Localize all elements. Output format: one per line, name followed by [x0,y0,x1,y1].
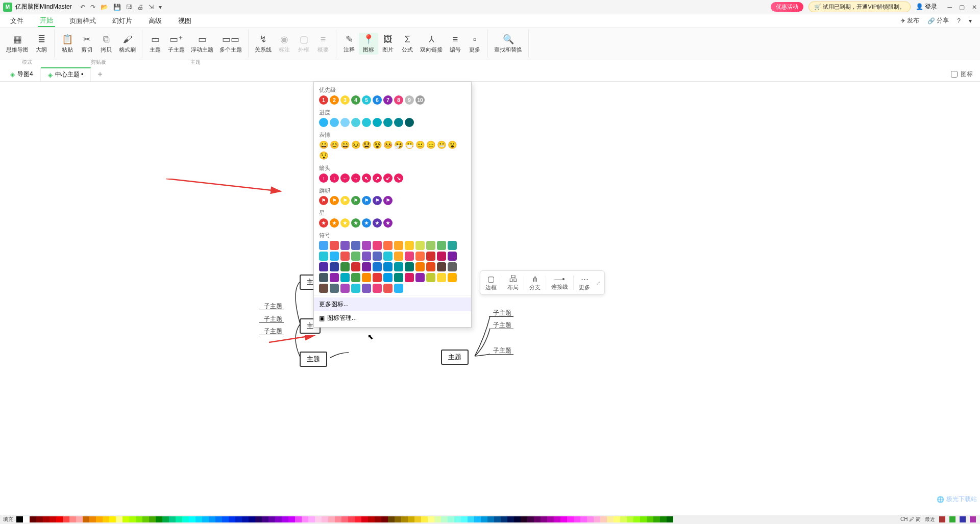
emoji-icon-8[interactable]: 😷 [405,140,414,149]
ribbon-公式[interactable]: Σ公式 [398,33,417,55]
color-swatch[interactable] [580,516,587,522]
color-swatch[interactable] [282,516,288,522]
color-swatch[interactable] [600,516,607,522]
color-swatch[interactable] [521,516,527,522]
ribbon-多个主题[interactable]: ▭▭多个主题 [216,33,245,55]
color-swatch[interactable] [454,516,461,522]
color-swatch[interactable] [335,516,341,522]
color-swatch[interactable] [162,516,169,522]
flag-icon-0[interactable]: ⚑ [319,196,328,205]
color-swatch[interactable] [507,516,514,522]
priority-icon-5[interactable]: 5 [362,95,371,105]
color-swatch[interactable] [547,516,554,522]
color-swatch[interactable] [541,516,547,522]
flag-icon-5[interactable]: ⚑ [373,196,382,205]
color-swatch[interactable] [149,516,156,522]
color-swatch[interactable] [341,516,348,522]
export-icon[interactable]: ⇲ [149,4,154,11]
color-swatch[interactable] [361,516,368,522]
emoji-icon-9[interactable]: 😐 [415,140,425,149]
symbol-icon-10[interactable] [426,241,435,250]
ribbon-查找和替换[interactable]: 🔍查找和替换 [491,33,525,55]
symbol-icon-53[interactable] [330,284,339,293]
maximize-button[interactable]: ▢ [959,4,965,11]
color-swatch[interactable] [103,516,109,522]
color-swatch[interactable] [560,516,567,522]
symbol-icon-13[interactable] [319,252,328,261]
priority-icon-7[interactable]: 7 [383,95,393,105]
ribbon-格式刷[interactable]: 🖌格式刷 [116,33,139,55]
ribbon-剪切[interactable]: ✂剪切 [77,33,96,55]
symbol-icon-45[interactable] [383,273,393,282]
color-swatch[interactable] [408,516,414,522]
color-swatch[interactable] [574,516,580,522]
symbol-icon-20[interactable] [394,252,403,261]
topic-node[interactable]: 主题 [441,350,469,365]
symbol-icon-51[interactable] [448,273,457,282]
menu-advanced[interactable]: 高级 [146,15,164,27]
priority-icon-8[interactable]: 8 [394,95,403,105]
color-swatch[interactable] [514,516,521,522]
color-swatch[interactable] [461,516,468,522]
color-swatch[interactable] [554,516,560,522]
float-连接线[interactable]: —•连接线 [548,273,571,292]
symbol-icon-27[interactable] [330,262,339,271]
flag-icon-1[interactable]: ⚑ [330,196,339,205]
symbol-icon-52[interactable] [319,284,328,293]
symbol-icon-56[interactable] [362,284,371,293]
menu-dropdown-icon[interactable]: ▾ [969,16,972,25]
symbol-icon-57[interactable] [373,284,382,293]
symbol-icon-4[interactable] [362,241,371,250]
progress-icon-5[interactable] [373,118,382,127]
progress-icon-3[interactable] [351,118,360,127]
symbol-icon-29[interactable] [351,262,360,271]
star-icon-0[interactable]: ★ [319,218,328,228]
color-swatch[interactable] [176,516,182,522]
emoji-icon-10[interactable]: 😑 [426,140,435,149]
color-swatch[interactable] [242,516,249,522]
color-swatch[interactable] [89,516,96,522]
open-icon[interactable]: 📂 [101,4,108,11]
symbol-icon-59[interactable] [394,284,403,293]
color-swatch[interactable] [76,516,83,522]
symbol-icon-3[interactable] [351,241,360,250]
arrow-icon-5[interactable]: ↗ [373,173,382,183]
color-swatch[interactable] [474,516,481,522]
symbol-icon-37[interactable] [437,262,446,271]
emoji-icon-7[interactable]: 🤧 [394,140,403,149]
color-swatch[interactable] [142,516,149,522]
progress-icon-6[interactable] [383,118,393,127]
color-swatch[interactable] [83,516,89,522]
arrow-icon-0[interactable]: ↑ [319,173,328,183]
close-button[interactable]: ✕ [972,4,977,11]
flag-icon-6[interactable]: ⚑ [383,196,393,205]
symbol-icon-49[interactable] [426,273,435,282]
color-swatch[interactable] [136,516,142,522]
color-swatch[interactable] [109,516,116,522]
symbol-icon-47[interactable] [405,273,414,282]
color-swatch[interactable] [275,516,282,522]
color-swatch[interactable] [249,516,255,522]
status-swatch[interactable] [970,516,976,522]
emoji-icon-0[interactable]: 😀 [319,140,328,149]
progress-icon-2[interactable] [340,118,350,127]
priority-icon-4[interactable]: 4 [351,95,360,105]
symbol-icon-12[interactable] [448,241,457,250]
symbol-icon-17[interactable] [362,252,371,261]
symbol-icon-35[interactable] [415,262,425,271]
symbol-icon-6[interactable] [383,241,393,250]
color-swatch[interactable] [633,516,640,522]
priority-icon-9[interactable]: 9 [405,95,414,105]
symbol-icon-15[interactable] [340,252,350,261]
priority-icon-3[interactable]: 3 [340,95,350,105]
color-swatch[interactable] [16,516,23,522]
color-swatch[interactable] [395,516,401,522]
print-icon[interactable]: 🖨 [137,4,143,11]
color-swatch[interactable] [647,516,653,522]
symbol-icon-43[interactable] [362,273,371,282]
ribbon-子主题[interactable]: ▭⁺子主题 [165,33,188,55]
symbol-icon-55[interactable] [351,284,360,293]
color-swatch[interactable] [614,516,620,522]
color-swatch[interactable] [182,516,189,522]
progress-icon-8[interactable] [405,118,414,127]
